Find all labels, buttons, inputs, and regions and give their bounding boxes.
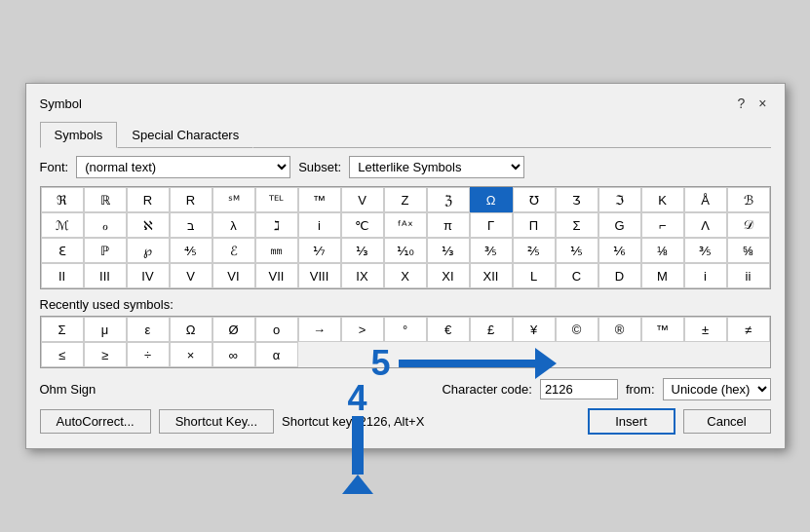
recent-cell[interactable]: ÷ <box>127 342 170 367</box>
symbol-cell[interactable]: Λ <box>684 212 727 238</box>
symbol-cell[interactable]: V <box>341 187 384 212</box>
symbol-cell[interactable]: V <box>170 263 212 288</box>
symbol-cell[interactable]: ℘ <box>127 238 170 263</box>
symbol-cell[interactable]: ℑ <box>598 187 641 212</box>
symbol-cell[interactable]: ℷ <box>255 212 298 238</box>
recent-cell[interactable]: ∞ <box>212 342 255 367</box>
symbol-cell[interactable]: ㎜ <box>255 238 298 263</box>
symbol-cell[interactable]: L <box>513 263 556 288</box>
symbol-cell[interactable]: D <box>598 263 641 288</box>
recent-cell[interactable]: × <box>170 342 212 367</box>
symbol-cell[interactable]: Σ <box>556 212 598 238</box>
autocorrect-button[interactable]: AutoCorrect... <box>40 409 151 434</box>
symbol-cell[interactable]: Ɛ <box>41 238 84 263</box>
help-button[interactable]: ? <box>734 94 750 113</box>
symbol-cell[interactable]: Π <box>513 212 556 238</box>
char-code-input[interactable] <box>540 379 618 399</box>
symbol-cell[interactable]: ℵ <box>127 212 170 238</box>
symbol-cell[interactable]: Z <box>384 187 427 212</box>
close-button[interactable]: × <box>754 94 770 113</box>
tab-symbols[interactable]: Symbols <box>40 122 118 148</box>
shortcut-key-button[interactable]: Shortcut Key... <box>159 409 274 434</box>
symbol-cell[interactable]: Γ <box>470 212 513 238</box>
symbol-cell[interactable]: ⅕ <box>556 238 598 263</box>
symbol-cell[interactable]: G <box>598 212 641 238</box>
symbol-cell[interactable]: ⅝ <box>727 238 770 263</box>
symbol-cell[interactable]: ℃ <box>341 212 384 238</box>
symbol-cell[interactable]: ℰ <box>212 238 255 263</box>
recent-cell[interactable]: © <box>556 317 598 342</box>
symbol-cell[interactable]: i <box>298 212 341 238</box>
symbol-cell[interactable]: Ʒ <box>556 187 598 212</box>
symbol-cell[interactable]: ˢᴹ <box>212 187 255 212</box>
recent-cell[interactable]: → <box>298 317 341 342</box>
symbol-cell[interactable]: ᵀᴱᴸ <box>255 187 298 212</box>
symbol-cell[interactable]: ᶠᴬˣ <box>384 212 427 238</box>
symbol-cell[interactable]: II <box>41 263 84 288</box>
symbol-cell[interactable]: ⅗ <box>470 238 513 263</box>
symbol-cell[interactable]: VII <box>255 263 298 288</box>
symbol-cell[interactable]: π <box>427 212 470 238</box>
symbol-cell[interactable]: λ <box>212 212 255 238</box>
recent-cell[interactable]: Ø <box>212 317 255 342</box>
symbol-cell[interactable]: ⅘ <box>170 238 212 263</box>
symbol-cell[interactable]: ℝ <box>84 187 127 212</box>
recent-cell[interactable]: Ω <box>170 317 212 342</box>
symbol-cell[interactable]: ℙ <box>84 238 127 263</box>
symbol-cell[interactable]: IV <box>127 263 170 288</box>
recent-cell[interactable]: > <box>341 317 384 342</box>
recent-cell[interactable]: ≥ <box>84 342 127 367</box>
font-select[interactable]: (normal text) <box>76 156 290 178</box>
recent-cell[interactable]: ≤ <box>41 342 84 367</box>
symbol-cell[interactable]: IX <box>341 263 384 288</box>
symbol-cell[interactable]: ⅗ <box>684 238 727 263</box>
symbol-cell[interactable]: ℴ <box>84 212 127 238</box>
insert-button[interactable]: Insert <box>588 408 675 435</box>
recent-cell[interactable]: ° <box>384 317 427 342</box>
symbol-cell[interactable]: C <box>556 263 598 288</box>
symbol-cell[interactable]: ℧ <box>513 187 556 212</box>
symbol-cell[interactable]: ™ <box>298 187 341 212</box>
recent-cell[interactable]: € <box>427 317 470 342</box>
recent-cell[interactable]: ™ <box>641 317 684 342</box>
symbol-cell[interactable]: Å <box>684 187 727 212</box>
symbol-cell[interactable]: ⅒ <box>384 238 427 263</box>
symbol-cell[interactable]: XII <box>470 263 513 288</box>
symbol-cell[interactable]: i <box>684 263 727 288</box>
recent-cell[interactable]: α <box>255 342 298 367</box>
recent-cell[interactable]: ο <box>255 317 298 342</box>
symbol-cell[interactable]: R <box>170 187 212 212</box>
symbol-cell[interactable]: X <box>384 263 427 288</box>
symbol-cell[interactable]: Ω <box>470 187 513 212</box>
symbol-cell[interactable]: ii <box>727 263 770 288</box>
symbol-cell[interactable]: ⅐ <box>298 238 341 263</box>
recent-cell[interactable]: ¥ <box>513 317 556 342</box>
recent-cell[interactable]: ε <box>127 317 170 342</box>
symbol-cell[interactable]: ℳ <box>41 212 84 238</box>
subset-select[interactable]: Letterlike Symbols <box>349 156 524 178</box>
symbol-cell[interactable]: ℜ <box>41 187 84 212</box>
symbol-cell[interactable]: ⅓ <box>341 238 384 263</box>
symbol-cell[interactable]: ℬ <box>727 187 770 212</box>
symbol-cell[interactable]: III <box>84 263 127 288</box>
symbol-cell[interactable]: ⅛ <box>641 238 684 263</box>
recent-cell[interactable]: ≠ <box>727 317 770 342</box>
recent-cell[interactable]: Σ <box>41 317 84 342</box>
symbol-cell[interactable]: ב <box>170 212 212 238</box>
symbol-cell[interactable]: VI <box>212 263 255 288</box>
symbol-cell[interactable]: M <box>641 263 684 288</box>
recent-cell[interactable]: ® <box>598 317 641 342</box>
symbol-cell[interactable]: R <box>127 187 170 212</box>
recent-cell[interactable]: ± <box>684 317 727 342</box>
symbol-cell[interactable]: ⅙ <box>598 238 641 263</box>
symbol-cell[interactable]: ℨ <box>427 187 470 212</box>
tab-special-characters[interactable]: Special Characters <box>117 122 253 148</box>
cancel-button[interactable]: Cancel <box>683 409 771 434</box>
recent-cell[interactable]: μ <box>84 317 127 342</box>
symbol-cell[interactable]: XI <box>427 263 470 288</box>
symbol-cell[interactable]: ⅓ <box>427 238 470 263</box>
symbol-cell[interactable]: K <box>641 187 684 212</box>
symbol-cell[interactable]: ⅖ <box>513 238 556 263</box>
symbol-cell[interactable]: 𝒟 <box>727 212 770 238</box>
symbol-cell[interactable]: ⌐ <box>641 212 684 238</box>
